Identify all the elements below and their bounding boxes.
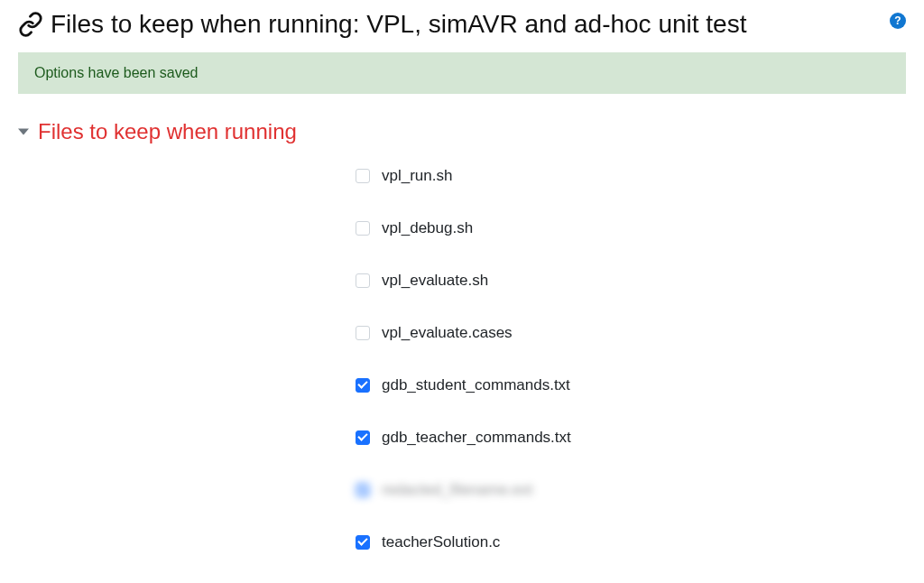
files-list: vpl_run.shvpl_debug.shvpl_evaluate.shvpl… [18, 166, 906, 583]
file-label[interactable]: vpl_evaluate.sh [382, 272, 488, 290]
file-label[interactable]: gdb_teacher_commands.txt [382, 429, 571, 447]
file-label[interactable]: vpl_debug.sh [382, 219, 473, 237]
file-item: gdb_teacher_commands.txt [352, 428, 906, 448]
page-header: Files to keep when running: VPL, simAVR … [18, 9, 906, 40]
file-checkbox[interactable] [356, 326, 370, 340]
help-icon[interactable]: ? [890, 13, 906, 29]
file-checkbox[interactable] [356, 430, 370, 445]
file-label[interactable]: redacted_filename.ext [382, 481, 532, 499]
page-title: Files to keep when running: VPL, simAVR … [51, 9, 886, 40]
file-item: vpl_run.sh [352, 166, 906, 186]
file-item: vpl_debug.sh [352, 218, 906, 238]
file-checkbox[interactable] [356, 378, 370, 393]
file-item: redacted_filename.ext [352, 480, 906, 500]
file-item: vpl_evaluate.sh [352, 271, 906, 291]
link-icon [18, 12, 43, 37]
section-title: Files to keep when running [38, 119, 297, 144]
file-checkbox[interactable] [356, 535, 370, 550]
svg-marker-0 [18, 128, 29, 134]
file-checkbox[interactable] [356, 273, 370, 288]
file-checkbox[interactable] [356, 221, 370, 236]
file-label[interactable]: teacherSolution.c [382, 533, 500, 551]
file-item: vpl_evaluate.cases [352, 323, 906, 343]
file-label[interactable]: vpl_evaluate.cases [382, 324, 513, 342]
status-alert: Options have been saved [18, 52, 906, 94]
file-checkbox[interactable] [356, 483, 370, 497]
section-toggle[interactable]: Files to keep when running [18, 119, 906, 144]
file-item: teacherSolution.c [352, 532, 906, 552]
file-checkbox[interactable] [356, 169, 370, 183]
file-label[interactable]: vpl_run.sh [382, 167, 452, 185]
file-label[interactable]: gdb_student_commands.txt [382, 376, 570, 394]
chevron-down-icon [18, 126, 29, 137]
file-item: gdb_student_commands.txt [352, 375, 906, 395]
